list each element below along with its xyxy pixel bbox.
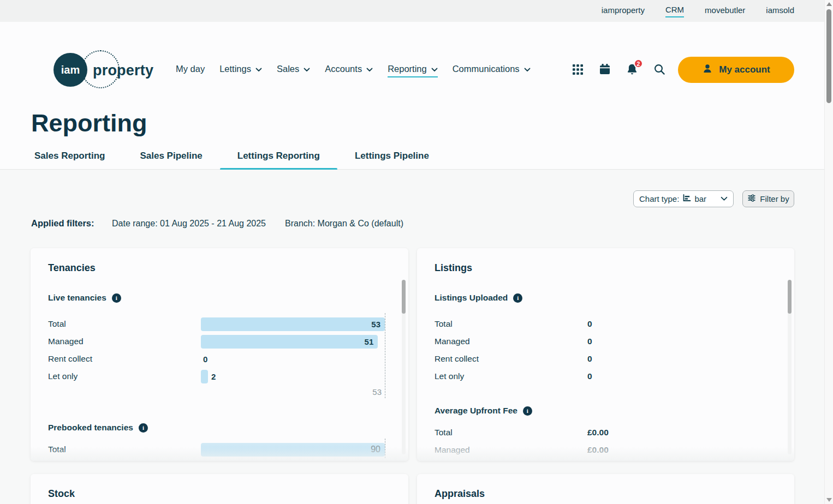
nav-item-communications[interactable]: Communications [453,64,531,77]
chevron-down-icon [721,196,728,201]
applied-filters-row: Applied filters: Date range: 01 Aug 2025… [0,218,824,231]
chart-row: Rent collect 0 [48,350,385,368]
info-icon[interactable] [513,293,522,303]
search-icon[interactable] [653,63,666,76]
top-link-crm[interactable]: CRM [665,5,684,17]
live-tenancies-chart: Total 53 Managed 51 [48,315,385,398]
iamproperty-logo[interactable]: iam property [53,53,174,87]
calendar-icon[interactable] [598,63,611,76]
bar-label: Let only [48,371,201,381]
appraisals-card-title: Appraisals [435,487,777,500]
bar-value: 53 [371,320,385,329]
stat-label: Managed [435,337,587,346]
my-account-button[interactable]: My account [678,57,794,83]
nav-item-reporting[interactable]: Reporting [388,64,438,77]
info-icon[interactable] [139,423,148,433]
nav-item-sales[interactable]: Sales [277,64,310,77]
applied-filters-label: Applied filters: [31,218,94,229]
stat-label: Managed [435,445,587,455]
stat-label: Let only [435,371,587,381]
stat-label: Rent collect [435,354,587,364]
chart-row: Let only 2 [48,368,385,385]
page-scrollbar-thumb[interactable] [826,9,831,103]
stat-row: Total £0.00 [435,424,777,441]
metric-title: Average Upfront Fee [435,406,517,416]
content-area: Chart type: bar Filter by [0,170,824,504]
scrollbar-thumb[interactable] [402,280,406,314]
info-icon[interactable] [523,406,532,416]
top-link-iamproperty[interactable]: iamproperty [602,5,645,17]
nav-item-lettings[interactable]: Lettings [219,64,262,77]
average-upfront-fee-stats: Total £0.00 Managed £0.00 [435,424,777,459]
listings-card: Listings Listings Uploaded Total 0 Manag… [417,248,794,461]
chart-type-value: bar [694,194,706,203]
stock-card: Stock [31,474,408,504]
stat-value: £0.00 [587,428,609,437]
metric-title: Live tenancies [48,293,106,303]
bar-value: 51 [365,337,378,346]
page-title: Reporting [31,109,147,137]
chart-row: Total 53 [48,315,385,333]
chart-type-select[interactable]: Chart type: bar [633,190,734,207]
nav-item-accounts[interactable]: Accounts [325,64,373,77]
stat-value: £0.00 [587,445,609,455]
scroll-down-arrow[interactable] [826,498,832,502]
chart-row: Managed 51 [48,333,385,350]
scroll-up-arrow[interactable] [826,2,832,6]
tab-lettings-reporting[interactable]: Lettings Reporting [220,151,337,169]
top-link-movebutler[interactable]: movebutler [705,5,745,17]
logo-wordmark: property [93,62,153,79]
tab-lettings-pipeline[interactable]: Lettings Pipeline [337,151,447,169]
live-tenancies-heading: Live tenancies [48,292,391,303]
bar-label: Managed [48,337,201,346]
logo-circle-text: iam [61,64,80,76]
top-link-iamsold[interactable]: iamsold [766,5,794,17]
nav-label: Accounts [325,64,362,74]
bar-managed: 51 [201,335,378,349]
tab-sales-pipeline[interactable]: Sales Pipeline [122,151,219,169]
nav-item-my-day[interactable]: My day [176,64,205,77]
nav-label: Communications [453,64,520,74]
filter-by-button[interactable]: Filter by [742,190,794,207]
tenancies-card: Tenancies Live tenancies Total 53 Manage… [31,248,408,461]
stat-value: 0 [587,337,592,346]
date-range-filter: Date range: 01 Aug 2025 - 21 Aug 2025 [112,219,266,229]
nav-label: Sales [277,64,299,74]
bar-prebooked-total: 90 [201,443,385,457]
main-navigation: My day Lettings Sales Accounts Reporting… [176,63,531,78]
stat-label: Total [435,428,587,437]
scrollbar-thumb[interactable] [788,280,792,314]
card-scrollbar[interactable] [788,280,792,454]
listings-uploaded-heading: Listings Uploaded [435,292,777,303]
branch-filter: Branch: Morgan & Co (default) [285,219,403,229]
tab-sales-reporting[interactable]: Sales Reporting [17,151,122,169]
header: iam property My day Lettings Sales Accou… [0,22,824,170]
chart-row: Total 90 [48,441,385,458]
bar-value: 2 [211,370,216,383]
stock-card-title: Stock [48,487,391,500]
notifications-bell-icon[interactable]: 2 [626,63,639,76]
bar-area: 90 [201,443,385,457]
bar-label: Rent collect [48,354,201,364]
stat-row: Total 0 [435,315,777,333]
page-scrollbar[interactable] [824,0,833,504]
my-account-label: My account [719,64,770,75]
bar-area: 51 [201,335,385,349]
stat-value: 0 [587,354,592,364]
stat-row: Managed 0 [435,333,777,350]
bar-total: 53 [201,317,385,331]
chevron-down-icon [366,64,373,74]
listings-uploaded-stats: Total 0 Managed 0 Rent collect 0 Let onl… [435,315,777,385]
stat-value: 0 [587,319,592,329]
info-icon[interactable] [112,293,121,303]
card-scrollbar[interactable] [402,280,406,454]
stat-row: Rent collect 0 [435,350,777,368]
average-upfront-fee-heading: Average Upfront Fee [435,405,777,416]
stat-row: Managed £0.00 [435,441,777,459]
bar-area: 0 [201,352,385,366]
metric-title: Prebooked tenancies [48,423,133,433]
stat-label: Total [435,319,587,329]
chevron-down-icon [524,64,531,74]
top-utility-bar: iamproperty CRM movebutler iamsold [0,0,824,22]
apps-grid-icon[interactable] [571,63,584,76]
